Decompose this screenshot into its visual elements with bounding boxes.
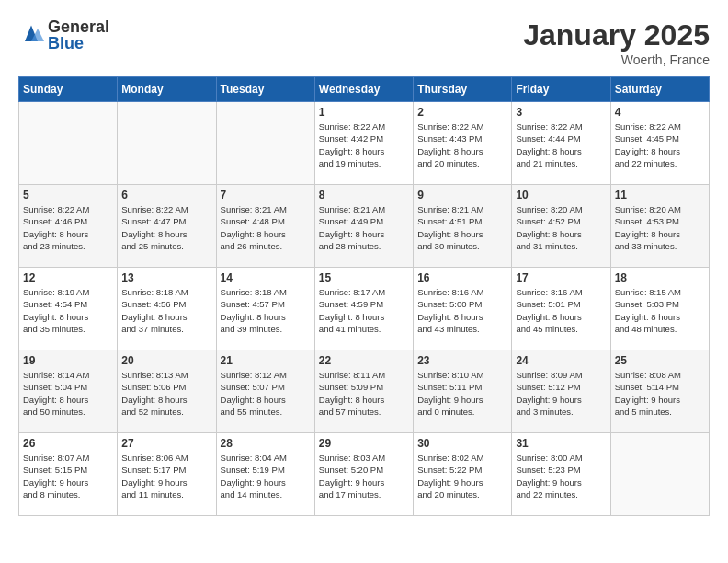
calendar-body: 1Sunrise: 8:22 AM Sunset: 4:42 PM Daylig… <box>19 102 710 516</box>
day-info: Sunrise: 8:02 AM Sunset: 5:22 PM Dayligh… <box>417 452 507 500</box>
day-number: 17 <box>516 271 606 284</box>
day-number: 1 <box>319 106 409 119</box>
week-row-4: 19Sunrise: 8:14 AM Sunset: 5:04 PM Dayli… <box>19 350 710 433</box>
day-number: 16 <box>417 271 507 284</box>
day-info: Sunrise: 8:22 AM Sunset: 4:45 PM Dayligh… <box>615 121 705 169</box>
day-number: 26 <box>23 437 113 450</box>
day-number: 6 <box>121 189 211 201</box>
cell-1-2: 7Sunrise: 8:21 AM Sunset: 4:48 PM Daylig… <box>216 185 314 268</box>
week-row-5: 26Sunrise: 8:07 AM Sunset: 5:15 PM Dayli… <box>19 433 710 516</box>
cell-1-6: 11Sunrise: 8:20 AM Sunset: 4:53 PM Dayli… <box>610 185 709 268</box>
cell-2-3: 15Sunrise: 8:17 AM Sunset: 4:59 PM Dayli… <box>314 268 413 350</box>
page-header: General Blue January 2025 Woerth, France <box>18 18 710 67</box>
day-info: Sunrise: 8:16 AM Sunset: 5:01 PM Dayligh… <box>516 286 606 335</box>
day-info: Sunrise: 8:21 AM Sunset: 4:48 PM Dayligh… <box>221 203 311 252</box>
day-number: 31 <box>516 437 606 450</box>
day-number: 14 <box>221 271 311 284</box>
day-number: 30 <box>417 437 507 450</box>
logo-icon <box>18 22 44 48</box>
cell-4-3: 29Sunrise: 8:03 AM Sunset: 5:20 PM Dayli… <box>314 433 413 516</box>
cell-3-6: 25Sunrise: 8:08 AM Sunset: 5:14 PM Dayli… <box>610 350 709 433</box>
day-number: 5 <box>23 189 113 201</box>
day-number: 8 <box>319 189 409 201</box>
day-info: Sunrise: 8:14 AM Sunset: 5:04 PM Dayligh… <box>23 369 113 418</box>
day-number: 25 <box>615 354 705 367</box>
day-info: Sunrise: 8:20 AM Sunset: 4:53 PM Dayligh… <box>615 203 705 252</box>
day-info: Sunrise: 8:13 AM Sunset: 5:06 PM Dayligh… <box>121 369 211 418</box>
week-row-2: 5Sunrise: 8:22 AM Sunset: 4:46 PM Daylig… <box>19 185 710 268</box>
logo-general: General <box>48 18 109 35</box>
cell-2-1: 13Sunrise: 8:18 AM Sunset: 4:56 PM Dayli… <box>118 268 216 350</box>
day-number: 13 <box>121 271 211 284</box>
cell-0-0 <box>19 102 118 185</box>
calendar: SundayMondayTuesdayWednesdayThursdayFrid… <box>18 76 710 516</box>
day-info: Sunrise: 8:21 AM Sunset: 4:51 PM Dayligh… <box>417 203 507 252</box>
day-info: Sunrise: 8:10 AM Sunset: 5:11 PM Dayligh… <box>417 369 507 418</box>
day-number: 7 <box>221 189 311 201</box>
cell-1-1: 6Sunrise: 8:22 AM Sunset: 4:47 PM Daylig… <box>118 185 216 268</box>
day-info: Sunrise: 8:16 AM Sunset: 5:00 PM Dayligh… <box>417 286 507 335</box>
day-info: Sunrise: 8:20 AM Sunset: 4:52 PM Dayligh… <box>516 203 606 252</box>
day-number: 23 <box>417 354 507 367</box>
day-info: Sunrise: 8:22 AM Sunset: 4:44 PM Dayligh… <box>516 121 606 169</box>
day-number: 29 <box>319 437 409 450</box>
header-saturday: Saturday <box>610 77 709 102</box>
header-wednesday: Wednesday <box>314 77 413 102</box>
day-number: 19 <box>23 354 113 367</box>
cell-2-6: 18Sunrise: 8:15 AM Sunset: 5:03 PM Dayli… <box>610 268 709 350</box>
cell-4-0: 26Sunrise: 8:07 AM Sunset: 5:15 PM Dayli… <box>19 433 118 516</box>
header-sunday: Sunday <box>19 77 118 102</box>
cell-0-4: 2Sunrise: 8:22 AM Sunset: 4:43 PM Daylig… <box>414 102 512 185</box>
day-number: 20 <box>121 354 211 367</box>
week-row-1: 1Sunrise: 8:22 AM Sunset: 4:42 PM Daylig… <box>19 102 710 185</box>
day-number: 15 <box>319 271 409 284</box>
day-info: Sunrise: 8:08 AM Sunset: 5:14 PM Dayligh… <box>615 369 705 418</box>
logo: General Blue <box>18 18 109 52</box>
day-number: 9 <box>417 189 507 201</box>
cell-4-4: 30Sunrise: 8:02 AM Sunset: 5:22 PM Dayli… <box>414 433 512 516</box>
day-info: Sunrise: 8:18 AM Sunset: 4:57 PM Dayligh… <box>221 286 311 335</box>
day-info: Sunrise: 8:07 AM Sunset: 5:15 PM Dayligh… <box>23 452 113 500</box>
day-info: Sunrise: 8:00 AM Sunset: 5:23 PM Dayligh… <box>516 452 606 500</box>
header-tuesday: Tuesday <box>216 77 314 102</box>
cell-3-4: 23Sunrise: 8:10 AM Sunset: 5:11 PM Dayli… <box>414 350 512 433</box>
cell-3-1: 20Sunrise: 8:13 AM Sunset: 5:06 PM Dayli… <box>118 350 216 433</box>
day-info: Sunrise: 8:19 AM Sunset: 4:54 PM Dayligh… <box>23 286 113 335</box>
cell-0-6: 4Sunrise: 8:22 AM Sunset: 4:45 PM Daylig… <box>610 102 709 185</box>
day-number: 18 <box>615 271 705 284</box>
day-number: 2 <box>417 106 507 119</box>
day-info: Sunrise: 8:17 AM Sunset: 4:59 PM Dayligh… <box>319 286 409 335</box>
day-info: Sunrise: 8:22 AM Sunset: 4:42 PM Dayligh… <box>319 121 409 169</box>
cell-2-0: 12Sunrise: 8:19 AM Sunset: 4:54 PM Dayli… <box>19 268 118 350</box>
day-info: Sunrise: 8:06 AM Sunset: 5:17 PM Dayligh… <box>121 452 211 500</box>
calendar-header: SundayMondayTuesdayWednesdayThursdayFrid… <box>19 77 710 102</box>
day-info: Sunrise: 8:09 AM Sunset: 5:12 PM Dayligh… <box>516 369 606 418</box>
cell-4-2: 28Sunrise: 8:04 AM Sunset: 5:19 PM Dayli… <box>216 433 314 516</box>
header-friday: Friday <box>512 77 610 102</box>
day-info: Sunrise: 8:11 AM Sunset: 5:09 PM Dayligh… <box>319 369 409 418</box>
day-info: Sunrise: 8:04 AM Sunset: 5:19 PM Dayligh… <box>221 452 311 500</box>
month-title: January 2025 <box>523 18 710 52</box>
location: Woerth, France <box>523 52 710 67</box>
day-info: Sunrise: 8:03 AM Sunset: 5:20 PM Dayligh… <box>319 452 409 500</box>
cell-1-5: 10Sunrise: 8:20 AM Sunset: 4:52 PM Dayli… <box>512 185 610 268</box>
day-number: 4 <box>615 106 705 119</box>
cell-4-1: 27Sunrise: 8:06 AM Sunset: 5:17 PM Dayli… <box>118 433 216 516</box>
day-number: 10 <box>516 189 606 201</box>
header-monday: Monday <box>118 77 216 102</box>
cell-1-3: 8Sunrise: 8:21 AM Sunset: 4:49 PM Daylig… <box>314 185 413 268</box>
cell-4-6 <box>610 433 709 516</box>
day-number: 28 <box>221 437 311 450</box>
cell-3-3: 22Sunrise: 8:11 AM Sunset: 5:09 PM Dayli… <box>314 350 413 433</box>
day-number: 24 <box>516 354 606 367</box>
day-info: Sunrise: 8:12 AM Sunset: 5:07 PM Dayligh… <box>221 369 311 418</box>
header-thursday: Thursday <box>414 77 512 102</box>
day-number: 11 <box>615 189 705 201</box>
cell-2-5: 17Sunrise: 8:16 AM Sunset: 5:01 PM Dayli… <box>512 268 610 350</box>
day-number: 22 <box>319 354 409 367</box>
day-number: 3 <box>516 106 606 119</box>
day-info: Sunrise: 8:15 AM Sunset: 5:03 PM Dayligh… <box>615 286 705 335</box>
cell-2-2: 14Sunrise: 8:18 AM Sunset: 4:57 PM Dayli… <box>216 268 314 350</box>
cell-0-5: 3Sunrise: 8:22 AM Sunset: 4:44 PM Daylig… <box>512 102 610 185</box>
cell-0-3: 1Sunrise: 8:22 AM Sunset: 4:42 PM Daylig… <box>314 102 413 185</box>
